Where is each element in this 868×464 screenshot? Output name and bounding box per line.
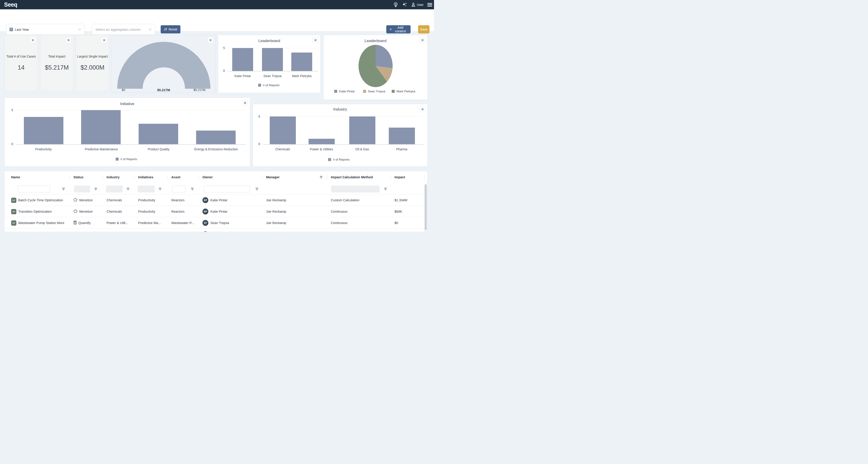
owner-avatar: KP [203,209,208,214]
name-cell: Batch Cycle Time Optimization [11,195,68,206]
table-row[interactable]: Transition Optimization Monetize Chemica… [4,206,427,217]
chart-title: Leaderboard [323,39,427,43]
column-header-owner[interactable]: Owner [203,175,213,179]
bar [349,116,375,144]
bar [389,127,415,144]
table-row[interactable]: Batch Cycle Time Optimization Monetize C… [4,195,427,206]
column-header-name[interactable]: Name [11,175,20,179]
column-header-impact[interactable]: Impact [395,175,405,179]
manager-cell: Joe Reckamp [266,195,325,206]
app-header-bar: Seeq $ User [0,0,434,9]
industry-cell: Oil & Ga... [106,229,133,232]
owner-cell: KPKatie Pintar [203,195,260,206]
impact-method-cell: Custom Calculation [331,195,389,206]
kpi-value: $2.000M [76,64,109,71]
status-cell: Monetize [73,206,102,217]
pie-chart [359,45,393,87]
bar [291,53,312,71]
name-cell: Pipeline Pump Replacement [11,229,68,232]
save-button[interactable]: Save [418,25,430,33]
gauge-arc [117,42,210,89]
column-header-manager[interactable]: Manager [266,175,280,179]
table-scrollbar-thumb[interactable] [425,184,427,230]
industry-filter-icon[interactable] [126,187,130,192]
bar [232,48,253,71]
legend-swatch [258,84,261,87]
close-icon [32,39,34,41]
legend-swatch [334,90,337,93]
table-row[interactable]: Pipeline Pump Replacement Monetize Oil &… [4,229,427,232]
column-header-status[interactable]: Status [73,175,83,179]
gauge-card: $0 $5.217M $5.217M [112,35,216,93]
menu-icon[interactable] [427,3,432,7]
name-filter-input[interactable] [18,185,50,193]
reset-button[interactable]: ↺ Reset [161,25,180,33]
asset-cell: Wastewater P... [171,217,197,229]
owner-cell: STSean Tropsa [203,217,260,229]
kpi-label: Largest Single Impact [76,55,109,58]
x-label: Energy & Emissions Reduction [194,147,238,151]
aggregation-select[interactable]: Select an aggregation column [92,24,155,35]
industry-filter-input[interactable] [106,185,123,193]
column-header-industry[interactable]: Industry [106,175,120,179]
asset-filter-icon[interactable] [191,187,194,192]
kpi-card-largest-impact: Largest Single Impact $2.000M [76,35,109,91]
x-label: Power & Utilities [310,147,333,151]
asset-cell: Reactors [171,206,197,217]
industry-cell: Chemicals [106,206,133,217]
initiatives-cell: Predictive Ma... [138,217,166,229]
column-divider [262,175,262,180]
ai-sparkles-icon[interactable] [402,2,407,7]
x-label: Oil & Gas [355,147,369,151]
user-icon [411,2,415,7]
initiatives-filter-icon[interactable] [158,187,162,192]
date-range-select[interactable]: Last Year [6,24,85,35]
kpi-card-total-impact: Total Impact $5.217M [40,35,73,91]
industry-cell: Chemicals [106,195,133,206]
status-filter-icon[interactable] [94,187,97,192]
add-content-button[interactable]: + Add content [386,25,411,33]
impact-method-filter-input[interactable] [331,185,379,193]
column-divider [391,175,391,180]
legend-swatch [116,157,119,161]
impact-method-filter-icon[interactable] [384,187,387,192]
close-button[interactable] [101,37,107,43]
table-row[interactable]: Wastewater Pump Station Moni Quantify Po… [4,217,427,229]
legend-swatch [363,90,366,93]
status-cell: Quantify [73,217,102,229]
initiative-chart-card: Initiative 5 0 Productivity Predictive M… [4,97,250,167]
x-axis-baseline [263,144,424,145]
user-menu[interactable]: User [411,2,424,7]
bar-plot [4,110,250,144]
column-header-impact-method[interactable]: Impact Calculation Method [331,175,373,179]
bar [196,130,236,144]
industry-cell: Power & Utili... [106,217,133,229]
dashboard-page: Seeq $ User Last Year Select an aggregat [0,0,434,232]
status-cell: Monetize [73,229,102,232]
seeq-logo[interactable]: Seeq [4,1,17,8]
manager-filter-icon[interactable] [319,176,323,180]
asset-filter-input[interactable] [172,185,186,193]
filter-row [4,183,427,195]
chart-legend: # of Reports [258,84,280,87]
column-header-asset[interactable]: Asset [171,175,180,179]
close-button[interactable] [30,37,36,43]
manager-cell: Joe Reckamp [266,229,325,232]
column-header-initiatives[interactable]: Initiatives [138,175,153,179]
legend-swatch [328,158,331,161]
impact-method-cell: Continuous [331,217,389,229]
legend-label: Mark Pietryka [397,90,415,93]
piggy-bank-icon [73,209,78,214]
legend-item: Sean Tropsa [363,90,385,93]
owner-filter-input[interactable] [204,185,250,193]
initiatives-cell: Productivity [138,206,166,217]
initiatives-filter-input[interactable] [138,185,155,193]
impact-lightbulb-icon[interactable]: $ [393,2,398,7]
name-filter-icon[interactable] [62,187,65,192]
owner-filter-icon[interactable] [255,187,258,192]
column-divider [167,175,168,180]
initiatives-cell: Productivity [138,195,166,206]
use-case-table: Name Status Industry Initiatives Asset O… [4,171,428,232]
status-filter-input[interactable] [74,185,90,193]
close-button[interactable] [65,37,71,43]
